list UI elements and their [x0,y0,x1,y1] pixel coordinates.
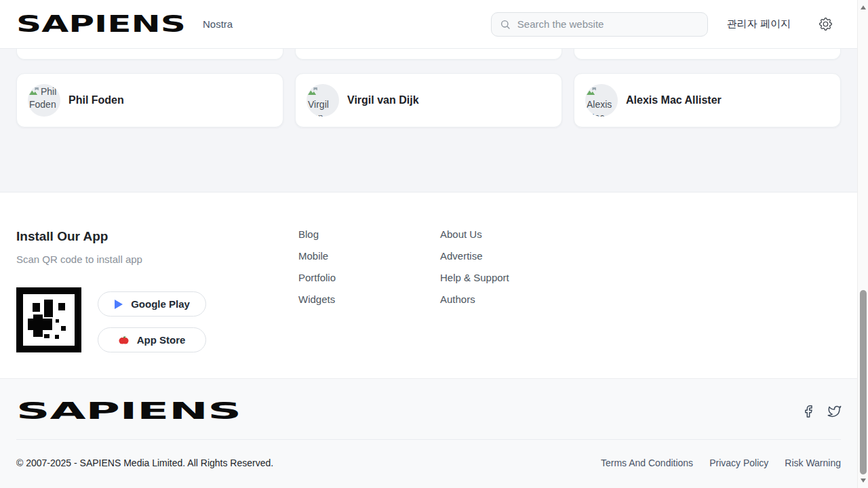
copyright-text: © 2007-2025 - SAPIENS Media Limited. All… [16,458,273,468]
footer-link-authors[interactable]: Authors [440,294,475,304]
privacy-policy-link[interactable]: Privacy Policy [709,458,768,468]
app-store-label: App Store [137,334,186,346]
footer-link-widgets[interactable]: Widgets [298,294,335,304]
search-input[interactable] [517,18,699,30]
broken-image-icon [308,87,318,96]
avatar-alt-text: Alexis Mac Allister [587,99,615,117]
avatar-broken-image: Alexis Mac Allister [585,84,618,117]
scrollbar-down-arrow-icon[interactable] [861,479,866,483]
author-name: Virgil van Dijk [347,94,419,106]
avatar-broken-image: Virgil van Dijk [307,84,339,117]
twitter-icon[interactable] [827,405,841,418]
footer-link-portfolio[interactable]: Portfolio [298,272,336,283]
footer-links-column-2: About Us Advertise Help & Support Author… [440,229,582,378]
install-app-section: Install Our App Scan QR code to install … [16,229,298,378]
avatar-broken-image: Phil Foden [28,84,60,117]
author-cards-row: Phil Foden Phil Foden Virgil van Dijk Vi… [16,73,841,127]
apple-icon [119,335,129,345]
google-play-button[interactable]: Google Play [98,291,206,317]
play-triangle-icon [114,300,123,309]
risk-warning-link[interactable]: Risk Warning [785,458,841,468]
author-card-cutoff[interactable] [16,49,283,60]
avatar-alt-text: Virgil van Dijk [308,99,329,117]
search-icon [500,19,511,30]
page: SAPIENS Nostra 관리자 페이지 Phil Foden [0,0,868,488]
qr-code-image [16,287,81,352]
terms-and-conditions-link[interactable]: Terms And Conditions [601,458,693,468]
cutoff-cards-row [16,49,841,60]
sapiens-logo[interactable]: SAPIENS [16,12,186,37]
author-name: Alexis Mac Allister [626,94,722,106]
install-app-subtitle: Scan QR code to install app [16,253,298,265]
legal-links: Terms And Conditions Privacy Policy Risk… [601,458,841,468]
author-card-virgil-van-dijk[interactable]: Virgil van Dijk Virgil van Dijk [295,73,562,127]
footer: Install Our App Scan QR code to install … [0,192,857,378]
footer-link-help-support[interactable]: Help & Support [440,272,509,283]
author-card-phil-foden[interactable]: Phil Foden Phil Foden [16,73,283,127]
footer-links-column-1: Blog Mobile Portfolio Widgets [298,229,440,378]
header: SAPIENS Nostra 관리자 페이지 [0,0,857,49]
svg-text:SAPIENS: SAPIENS [16,399,241,424]
app-store-button[interactable]: App Store [98,327,206,352]
install-app-title: Install Our App [16,229,298,244]
social-links [802,405,841,418]
footer-link-mobile[interactable]: Mobile [298,251,328,261]
author-name: Phil Foden [68,94,124,106]
facebook-icon[interactable] [802,405,815,418]
author-card-cutoff[interactable] [574,49,841,60]
google-play-label: Google Play [131,298,190,310]
sapiens-footer-logo: SAPIENS [16,399,241,424]
footer-link-blog[interactable]: Blog [298,229,319,239]
svg-text:SAPIENS: SAPIENS [16,12,186,37]
search-box[interactable] [491,12,708,37]
footer-link-about-us[interactable]: About Us [440,229,482,239]
author-card-alexis-mac-allister[interactable]: Alexis Mac Allister Alexis Mac Allister [574,73,841,127]
author-card-cutoff[interactable] [295,49,562,60]
authors-grid: Phil Foden Phil Foden Virgil van Dijk Vi… [0,49,857,192]
gear-icon [819,18,832,30]
scrollbar-up-arrow-icon[interactable] [861,5,866,9]
scrollbar-thumb[interactable] [860,290,867,474]
footer-bottom: SAPIENS © 2007-2025 - SAPIENS Media Limi… [0,378,857,488]
scrollbar[interactable] [857,0,868,488]
broken-image-icon [29,87,39,96]
broken-image-icon [587,87,597,96]
footer-link-advertise[interactable]: Advertise [440,251,483,261]
admin-page-link[interactable]: 관리자 페이지 [727,18,791,30]
site-label: Nostra [203,18,233,30]
settings-button[interactable] [818,17,833,32]
